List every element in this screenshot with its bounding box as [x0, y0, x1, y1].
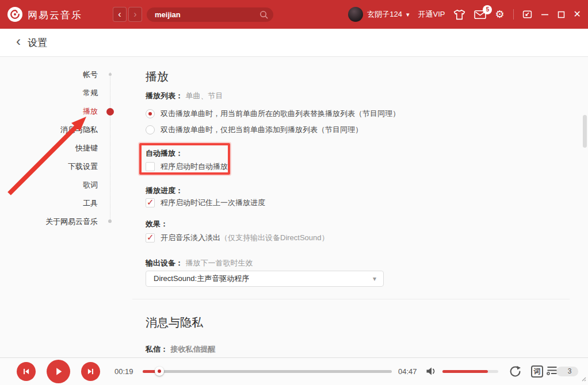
sidebar-track-line — [110, 72, 110, 223]
minimize-icon[interactable] — [541, 10, 549, 18]
previous-track-button[interactable] — [17, 362, 36, 381]
next-track-button[interactable] — [81, 362, 100, 381]
checkbox-checked-icon[interactable]: ✓ — [146, 233, 155, 242]
check-glyph: ✓ — [147, 232, 154, 242]
select-caret-icon: ▾ — [373, 271, 376, 286]
titlebar: 网易云音乐 ‹ › 玄阴子124 ▾ 开通VIP — [0, 0, 588, 29]
playlist-radio-append[interactable]: 双击播放单曲时，仅把当前单曲添加到播放列表（节目同理） — [146, 125, 362, 135]
sidebar-item-general[interactable]: 常规 — [0, 84, 98, 102]
output-device-value: DirectSound:主声音驱动程序 — [154, 274, 249, 283]
checkbox-checked-icon[interactable]: ✓ — [146, 198, 155, 207]
section-divider — [132, 299, 570, 299]
playlist-note: 单曲、节目 — [185, 91, 223, 100]
radio-label: 双击播放单曲时，用当前单曲所在的歌曲列表替换播放列表（节目同理） — [161, 109, 400, 119]
output-device-note: 播放下一首歌时生效 — [185, 259, 253, 267]
sidebar-item-account[interactable]: 帐号 — [0, 66, 98, 84]
page-title: 设置 — [28, 36, 47, 49]
search-icon[interactable] — [259, 10, 269, 22]
effect-note: （仅支持输出设备DirectSound） — [220, 233, 329, 242]
output-device-select[interactable]: DirectSound:主声音驱动程序 ▾ — [146, 271, 384, 287]
user-menu[interactable]: 玄阴子124 ▾ — [348, 7, 409, 22]
mini-mode-icon[interactable] — [522, 10, 532, 19]
settings-sidebar: 帐号 常规 播放 消息与隐私 快捷键 下载设置 歌词 工具 关于网易云音乐 — [0, 66, 98, 231]
progress-handle[interactable] — [155, 367, 164, 376]
section-title-privacy: 消息与隐私 — [146, 315, 203, 330]
fade-checkbox-row[interactable]: ✓ 开启音乐淡入淡出（仅支持输出设备DirectSound） — [146, 233, 329, 243]
repeat-mode-icon[interactable] — [509, 365, 522, 380]
nav-buttons: ‹ › — [113, 7, 142, 22]
settings-header: ‹ 设置 — [0, 29, 588, 57]
playlist-radio-replace[interactable]: 双击播放单曲时，用当前单曲所在的歌曲列表替换播放列表（节目同理） — [146, 109, 400, 119]
checkbox-unchecked-icon[interactable] — [146, 162, 155, 171]
netease-logo-icon[interactable] — [7, 7, 22, 22]
check-glyph: ✓ — [147, 197, 154, 207]
elapsed-time: 00:19 — [114, 367, 133, 376]
output-device-label: 输出设备： — [146, 259, 183, 267]
app-title: 网易云音乐 — [28, 9, 82, 22]
playlist-queue-icon[interactable] — [545, 365, 559, 379]
sidebar-item-play[interactable]: 播放 — [0, 102, 98, 121]
titlebar-divider — [513, 9, 514, 20]
progress-bar[interactable] — [143, 370, 392, 373]
sidebar-item-privacy[interactable]: 消息与隐私 — [0, 121, 98, 139]
playlist-label: 播放列表： — [146, 91, 183, 100]
mail-badge: 5 — [483, 5, 492, 14]
volume-fill — [442, 370, 488, 373]
sidebar-item-about[interactable]: 关于网易云音乐 — [0, 213, 98, 231]
titlebar-right: 玄阴子124 ▾ 开通VIP 5 ⚙ — [348, 0, 581, 29]
remember-progress-checkbox-row[interactable]: ✓ 程序启动时记住上一次播放进度 — [146, 198, 265, 208]
checkbox-label: 开启音乐淡入淡出 — [161, 233, 220, 242]
effect-label: 效果： — [146, 219, 168, 229]
output-device-row: 输出设备： 播放下一首歌时生效 — [146, 257, 253, 268]
private-message-row: 私信： 接收私信提醒 — [146, 344, 215, 355]
volume-icon[interactable] — [426, 367, 437, 378]
pm-label: 私信： — [146, 345, 168, 353]
sidebar-item-lyrics[interactable]: 歌词 — [0, 176, 98, 194]
sidebar-track-dot-top — [109, 73, 112, 76]
close-icon[interactable]: ✕ — [574, 10, 581, 19]
queue-count-badge[interactable]: 3 — [556, 367, 578, 376]
radio-selected-icon[interactable] — [146, 109, 155, 118]
forward-button[interactable]: › — [128, 7, 142, 22]
autoplay-label: 自动播放： — [146, 148, 183, 159]
sidebar-item-hotkeys[interactable]: 快捷键 — [0, 139, 98, 157]
search-input[interactable] — [147, 7, 255, 22]
volume-bar[interactable] — [442, 370, 498, 373]
player-bar: 00:19 04:47 词 3 — [0, 357, 588, 385]
sidebar-active-dot — [106, 108, 114, 116]
sidebar-item-tools[interactable]: 工具 — [0, 194, 98, 213]
radio-unselected-icon[interactable] — [146, 125, 155, 134]
app-window: 网易云音乐 ‹ › 玄阴子124 ▾ 开通VIP — [0, 0, 588, 385]
pm-note: 接收私信提醒 — [170, 345, 215, 353]
user-caret-icon[interactable]: ▾ — [406, 11, 410, 18]
sidebar-track-dot-bottom — [108, 220, 112, 223]
resize-handle-icon[interactable] — [581, 374, 586, 384]
scrollbar-thumb[interactable] — [583, 115, 587, 148]
maximize-icon[interactable] — [558, 11, 565, 18]
theme-skin-icon[interactable] — [453, 9, 465, 20]
play-progress-label: 播放进度： — [146, 186, 183, 196]
section-title-play: 播放 — [146, 69, 169, 84]
play-button[interactable] — [47, 360, 70, 383]
autoplay-checkbox-row[interactable]: 程序启动时自动播放 — [146, 161, 228, 172]
back-button[interactable]: ‹ — [113, 7, 127, 22]
settings-back-icon[interactable]: ‹ — [16, 34, 21, 48]
sidebar-item-download[interactable]: 下载设置 — [0, 157, 98, 176]
checkbox-label: 程序启动时记住上一次播放进度 — [161, 198, 265, 208]
username[interactable]: 玄阴子124 — [367, 9, 402, 20]
messages-icon[interactable]: 5 — [474, 10, 486, 20]
playlist-setting-row: 播放列表： 单曲、节目 — [146, 90, 223, 101]
user-avatar[interactable] — [348, 7, 363, 22]
lyrics-button[interactable]: 词 — [531, 365, 543, 378]
vip-link[interactable]: 开通VIP — [418, 9, 445, 20]
checkbox-label: 程序启动时自动播放 — [161, 161, 228, 172]
radio-label: 双击播放单曲时，仅把当前单曲添加到播放列表（节目同理） — [161, 125, 362, 135]
settings-gear-icon[interactable]: ⚙ — [495, 9, 504, 20]
search-box[interactable] — [147, 7, 273, 22]
total-time: 04:47 — [398, 367, 417, 376]
